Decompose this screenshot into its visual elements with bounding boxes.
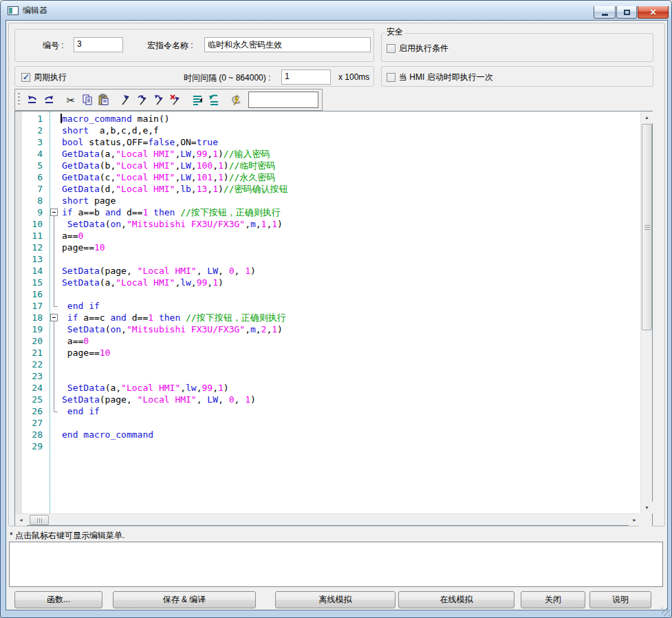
vertical-scrollbar[interactable]: ▲ ▼	[640, 111, 652, 513]
collapse-icon[interactable]: −	[50, 209, 58, 216]
periodic-checkbox-box[interactable]	[21, 73, 30, 82]
toolbar-grip[interactable]	[18, 93, 20, 107]
horizontal-scrollbar-thumb[interactable]	[30, 515, 49, 525]
code-line: 18− if a==c and d==1 then //按下按钮，正确则执行	[15, 312, 640, 323]
scroll-left-arrow[interactable]: ◄	[15, 514, 27, 526]
toolbar-search-input[interactable]	[248, 92, 318, 108]
code-line: 25SetData(page, "Local HMI", LW, 0, 1)	[15, 394, 640, 405]
interval-field[interactable]: 1	[281, 70, 331, 85]
line-number: 23	[15, 370, 47, 382]
return-to-line-button[interactable]	[206, 92, 222, 108]
fold-margin	[47, 265, 62, 277]
undo-icon	[26, 94, 39, 106]
next-bookmark-button[interactable]	[134, 92, 151, 108]
fold-margin	[47, 160, 62, 171]
code-editor[interactable]: 1macro_command main()2short a,b,c,d,e,f3…	[14, 111, 653, 526]
line-number: 28	[15, 429, 47, 440]
scroll-down-arrow[interactable]: ▼	[641, 502, 653, 513]
code-line: 3bool status,OFF=false,ON=true	[15, 136, 640, 148]
periodic-checkbox[interactable]: 周期执行	[21, 72, 67, 83]
line-number: 27	[15, 417, 47, 429]
cut-button[interactable]: ✂	[63, 92, 79, 108]
hint-text: * 点击鼠标右键可显示编辑菜单.	[10, 530, 124, 542]
fold-margin	[47, 125, 62, 136]
line-number: 25	[15, 394, 47, 405]
code-text: page==10	[62, 347, 110, 359]
vertical-scrollbar-thumb[interactable]	[642, 124, 652, 330]
startup-once-label: 当 HMI 启动时即执行一次	[399, 72, 493, 83]
enable-condition-checkbox-box[interactable]	[387, 44, 395, 53]
find-button[interactable]	[228, 92, 244, 108]
scroll-up-arrow[interactable]: ▲	[641, 111, 653, 123]
code-text: SetData(on,"Mitsubishi FX3U/FX3G",m,2,1)	[62, 323, 283, 335]
startup-once-checkbox-box[interactable]	[387, 73, 395, 82]
redo-button[interactable]	[41, 92, 57, 108]
code-line: 1macro_command main()	[15, 113, 640, 125]
horizontal-scrollbar[interactable]: ◄ ►	[15, 513, 640, 525]
line-number: 24	[15, 382, 47, 394]
fold-toggle[interactable]: −	[47, 206, 62, 218]
code-text: SetData(page, "Local HMI", LW, 0, 1)	[62, 394, 256, 405]
fold-margin	[47, 323, 62, 335]
code-text: GetData(c,"Local HMI",LW,101,1)//永久密码	[62, 171, 275, 183]
code-line: 15SetData(a,"Local HMI",lw,99,1)	[15, 277, 640, 288]
code-line: 11a==0	[15, 230, 640, 242]
startup-once-checkbox[interactable]: 当 HMI 启动时即执行一次	[387, 72, 493, 83]
line-number: 1	[15, 113, 47, 125]
maximize-icon	[624, 10, 630, 15]
line-number: 26	[15, 405, 47, 417]
fold-margin	[47, 417, 62, 429]
line-number: 9	[15, 206, 47, 218]
security-group-title: 安全	[384, 26, 405, 38]
code-text: a==0	[62, 230, 83, 242]
line-number: 5	[15, 160, 47, 171]
goto-line-button[interactable]	[189, 92, 206, 108]
prev-bookmark-icon	[153, 94, 165, 106]
code-line: 8short page	[15, 195, 640, 206]
code-line: 21 page==10	[15, 347, 640, 359]
close-button[interactable]: ✕	[638, 6, 669, 19]
code-text: short a,b,c,d,e,f	[62, 125, 159, 136]
help-button[interactable]: 说明	[589, 591, 651, 608]
line-number: 29	[15, 440, 47, 452]
toggle-bookmark-icon	[120, 94, 132, 106]
code-line: 27	[15, 417, 640, 429]
compiler-output-area[interactable]	[9, 542, 663, 587]
collapse-icon[interactable]: −	[50, 314, 58, 321]
functions-button[interactable]: 函数...	[14, 591, 102, 608]
offline-simulation-button[interactable]: 离线模拟	[275, 591, 395, 608]
maximize-button[interactable]	[616, 6, 637, 19]
macro-name-field[interactable]: 临时和永久密码生效	[204, 37, 371, 52]
fold-toggle[interactable]: −	[47, 312, 62, 323]
minimize-icon	[602, 14, 608, 16]
code-viewport[interactable]: 1macro_command main()2short a,b,c,d,e,f3…	[15, 111, 640, 513]
code-line: 24 SetData(a,"Local HMI",lw,99,1)	[15, 382, 640, 394]
fold-margin	[47, 335, 62, 347]
paste-button[interactable]	[96, 92, 112, 108]
close-dialog-button[interactable]: 关闭	[521, 591, 585, 608]
client-area: 编号 : 3 宏指令名称 : 临时和永久密码生效 安全 启用执行条件 周期执行 …	[6, 20, 668, 610]
fold-margin	[47, 405, 62, 417]
undo-button[interactable]	[24, 92, 41, 108]
titlebar: 编辑器	[1, 1, 671, 20]
enable-condition-checkbox[interactable]: 启用执行条件	[387, 43, 448, 54]
minimize-button[interactable]	[594, 6, 616, 19]
id-field[interactable]: 3	[74, 37, 123, 52]
resize-grip[interactable]	[662, 608, 670, 616]
clear-bookmarks-button[interactable]	[167, 92, 184, 108]
toggle-bookmark-button[interactable]	[118, 92, 134, 108]
online-simulation-button[interactable]: 在线模拟	[398, 591, 514, 608]
code-text: GetData(b,"Local HMI",LW,100,1)//临时密码	[62, 160, 275, 171]
save-compile-button[interactable]: 保存 & 编译	[113, 591, 256, 608]
return-to-line-icon	[208, 94, 220, 106]
code-line: 23	[15, 370, 640, 382]
prev-bookmark-button[interactable]	[151, 92, 167, 108]
line-number: 2	[15, 125, 47, 136]
code-line: 5GetData(b,"Local HMI",LW,100,1)//临时密码	[15, 160, 640, 171]
copy-button[interactable]	[79, 92, 96, 108]
line-number: 13	[15, 253, 47, 265]
fold-margin	[47, 136, 62, 148]
code-line: 26 end if	[15, 405, 640, 417]
code-text: SetData(a,"Local HMI",lw,99,1)	[62, 277, 224, 288]
scrollbar-corner	[639, 513, 652, 526]
